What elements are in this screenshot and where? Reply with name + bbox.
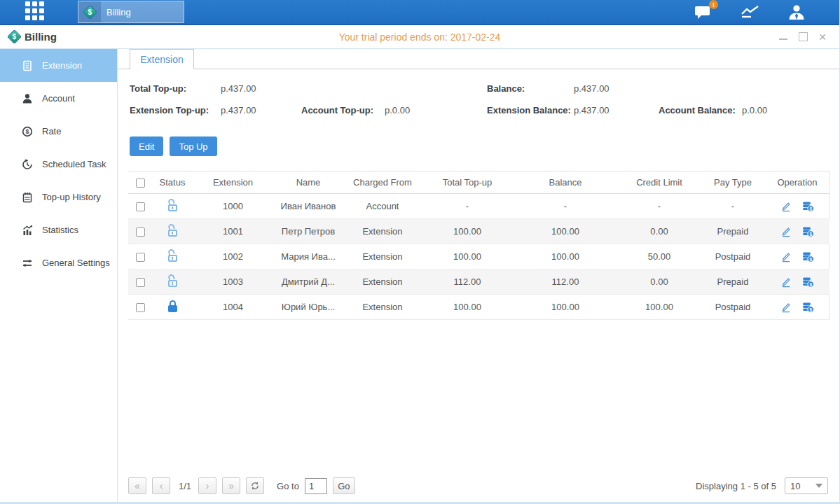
first-page-button[interactable]: « [128,477,146,494]
tab-label: Extension [140,54,183,65]
cell-pay-type: Postpaid [701,295,765,320]
cell-credit-limit: 0.00 [618,270,701,295]
col-status: Status [152,172,193,194]
next-page-button[interactable]: › [198,477,216,494]
user-account-button[interactable] [787,4,806,20]
sidebar-item-extension[interactable]: Extension [0,49,117,82]
line-chart-icon [740,4,761,20]
cell-pay-type: - [701,194,765,219]
table-row: 1001 Петр Петров Extension 100.00 100.00… [128,219,829,244]
unlocked-icon[interactable] [167,250,178,262]
goto-page-input[interactable] [305,478,327,494]
account-balance-label: Account Balance: [659,105,736,115]
cell-balance: 100.00 [513,244,618,270]
col-name: Name [273,172,343,194]
maximize-icon[interactable] [797,31,808,43]
cell-extension: 1001 [193,219,273,244]
extensions-table: Status Extension Name Charged From Total… [128,171,829,320]
cell-balance: 112.00 [513,270,618,295]
cell-balance: 100.00 [513,219,618,244]
edit-icon[interactable] [780,201,792,212]
cell-name: Петр Петров [273,219,343,244]
row-checkbox[interactable] [136,253,145,262]
col-operation: Operation [765,172,829,194]
taskbar-tab-billing[interactable]: $ Billing [78,1,184,23]
row-checkbox[interactable] [136,303,145,312]
edit-button[interactable]: Edit [130,136,163,156]
cell-credit-limit: 100.00 [618,295,701,320]
minimize-icon[interactable] [778,31,789,43]
row-checkbox[interactable] [136,227,145,237]
cell-name: Дмитрий Д... [273,270,343,295]
resource-monitor-button[interactable] [740,4,761,20]
cell-charged-from: Extension [343,219,422,244]
sidebar-item-general-settings[interactable]: General Settings [0,246,117,279]
go-button[interactable]: Go [333,477,355,494]
sidebar-item-label: General Settings [42,258,110,268]
cell-total-topup: 100.00 [422,295,513,320]
extension-topup-label: Extension Top-up: [130,105,209,115]
edit-icon[interactable] [780,302,792,313]
sliders-icon [21,257,33,269]
sidebar-item-label: Account [42,93,75,104]
taskbar-tab-label: Billing [101,7,131,18]
user-icon [787,4,806,20]
top-up-coins-icon[interactable]: $ [801,276,814,288]
unlocked-icon[interactable] [167,275,178,287]
page-size-select[interactable]: 10 [785,477,828,494]
refresh-icon [250,481,260,491]
cell-name: Иван Иванов [273,194,343,219]
sidebar-item-account[interactable]: Account [0,82,117,115]
table-row: 1004 Юрий Юрь... Extension 100.00 100.00… [128,295,829,320]
app-launcher-icon[interactable] [25,1,46,22]
cell-name: Юрий Юрь... [273,295,343,320]
edit-icon[interactable] [780,276,792,288]
displaying-text: Displaying 1 - 5 of 5 [696,481,776,491]
sidebar-item-label: Statistics [42,225,78,235]
last-page-button[interactable]: » [222,477,240,494]
account-topup-value: p.0.00 [385,105,410,115]
sidebar-item-label: Rate [42,126,61,136]
svg-text:$: $ [809,206,812,211]
top-up-coins-icon[interactable]: $ [801,201,814,212]
sidebar-item-rate[interactable]: $ Rate [0,115,117,148]
top-up-coins-icon[interactable]: $ [801,226,814,237]
top-up-coins-icon[interactable]: $ [801,302,814,313]
close-icon[interactable]: × [817,31,828,43]
top-up-coins-icon[interactable]: $ [801,251,814,262]
prev-page-button[interactable]: ‹ [152,477,170,494]
account-topup-label: Account Top-up: [301,105,373,115]
svg-text:$: $ [809,281,812,287]
col-extension: Extension [193,172,273,194]
total-topup-value: p.437.00 [221,83,256,94]
row-checkbox[interactable] [136,278,145,287]
cell-credit-limit: - [618,194,701,219]
cell-credit-limit: 50.00 [618,244,701,270]
refresh-button[interactable] [246,477,264,494]
notifications-button[interactable]: ! [694,4,713,20]
svg-text:$: $ [809,307,812,312]
locked-icon[interactable] [167,300,178,312]
extension-balance-value: p.437.00 [574,105,610,115]
row-checkbox[interactable] [136,202,145,211]
sidebar-item-scheduled-task[interactable]: Scheduled Task [0,148,117,181]
cell-pay-type: Prepaid [701,219,765,244]
sidebar-item-statistics[interactable]: Statistics [0,214,117,246]
col-balance: Balance [513,172,618,194]
sidebar-item-topup-history[interactable]: Top-up History [0,181,117,214]
edit-icon[interactable] [780,226,792,237]
top-up-button[interactable]: Top Up [170,136,216,156]
svg-text:$: $ [809,256,812,262]
cell-charged-from: Extension [343,270,422,295]
edit-icon[interactable] [780,251,792,262]
table-row: 1000 Иван Иванов Account - - - - $ [128,194,829,219]
cell-total-topup: 100.00 [422,244,513,270]
window-title: Billing [25,31,57,43]
page-size-value: 10 [790,481,800,491]
unlocked-icon[interactable] [167,200,178,211]
unlocked-icon[interactable] [167,225,178,237]
select-all-checkbox[interactable] [136,178,145,188]
page-indicator: 1/1 [179,481,191,491]
tab-extension[interactable]: Extension [130,49,194,69]
cell-credit-limit: 0.00 [618,219,701,244]
